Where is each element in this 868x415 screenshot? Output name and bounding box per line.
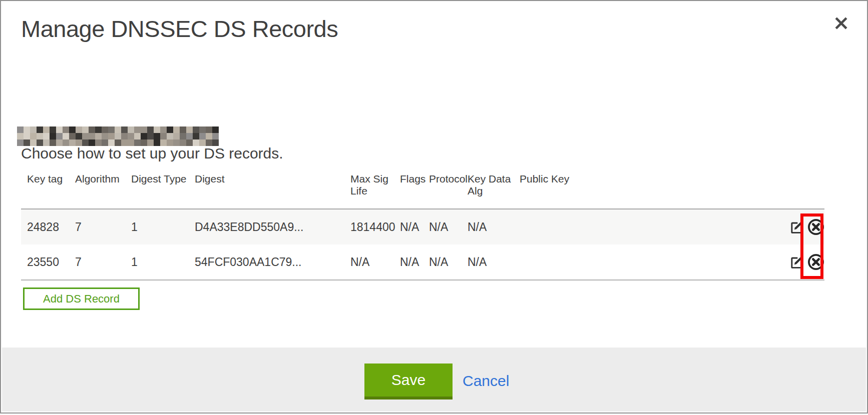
column-header-public-key: Public Key	[520, 173, 785, 185]
delete-icon	[807, 218, 825, 236]
cell-digest: D4A33E8DD550A9...	[195, 220, 350, 234]
cell-digest-type: 1	[131, 256, 195, 269]
column-header-flags: Flags	[400, 173, 429, 185]
delete-icon	[807, 253, 825, 271]
cell-flags: N/A	[400, 256, 429, 269]
close-icon	[833, 16, 849, 31]
row-actions	[785, 252, 824, 272]
cell-digest-type: 1	[131, 220, 195, 234]
cell-protocol: N/A	[429, 220, 468, 234]
column-header-algorithm: Algorithm	[75, 173, 131, 185]
table-body: 2482871D4A33E8DD550A9...1814400N/AN/AN/A…	[21, 210, 824, 280]
modal-title: Manage DNSSEC DS Records	[21, 15, 338, 42]
delete-record-button[interactable]	[806, 252, 826, 272]
cell-key-data-alg: N/A	[468, 256, 520, 269]
modal-footer: Save Cancel	[2, 348, 866, 412]
cancel-link[interactable]: Cancel	[463, 372, 509, 390]
cell-algorithm: 7	[75, 256, 131, 269]
edit-record-button[interactable]	[788, 254, 805, 270]
intro-text: Choose how to set up your DS records.	[21, 145, 283, 162]
column-header-key-data-alg: Key Data Alg	[468, 173, 520, 197]
ds-records-table: Key tagAlgorithmDigest TypeDigestMax Sig…	[21, 168, 824, 280]
cell-protocol: N/A	[429, 256, 468, 269]
cell-max-sig-life: 1814400	[350, 220, 400, 234]
column-header-max-sig-life: Max Sig Life	[350, 173, 400, 197]
cell-algorithm: 7	[75, 220, 131, 234]
save-button[interactable]: Save	[364, 364, 453, 400]
column-header-digest-type: Digest Type	[131, 173, 195, 185]
close-button[interactable]	[830, 12, 852, 34]
cell-flags: N/A	[400, 220, 429, 234]
cell-key-tag: 23550	[27, 256, 75, 269]
edit-record-button[interactable]	[788, 219, 805, 236]
cell-max-sig-life: N/A	[350, 256, 400, 269]
table-row: 235507154FCF030AA1C79...N/AN/AN/AN/A	[21, 244, 824, 280]
edit-icon	[789, 220, 804, 234]
column-header-digest: Digest	[195, 173, 350, 185]
table-row: 2482871D4A33E8DD550A9...1814400N/AN/AN/A	[21, 210, 824, 244]
table-header-row: Key tagAlgorithmDigest TypeDigestMax Sig…	[21, 168, 824, 210]
cell-key-data-alg: N/A	[468, 220, 520, 234]
cell-key-tag: 24828	[27, 220, 75, 234]
delete-record-button[interactable]	[806, 217, 826, 237]
cell-digest: 54FCF030AA1C79...	[195, 256, 350, 269]
edit-icon	[789, 255, 804, 270]
row-actions	[785, 217, 824, 237]
column-header-protocol: Protocol	[429, 173, 468, 185]
screenshot-stage: Manage DNSSEC DS Records Choose how to s…	[0, 0, 868, 415]
manage-dnssec-modal: Manage DNSSEC DS Records Choose how to s…	[0, 0, 868, 414]
column-header-key-tag: Key tag	[27, 173, 75, 185]
redacted-domain-name	[17, 126, 219, 146]
add-ds-record-button[interactable]: Add DS Record	[23, 288, 140, 310]
